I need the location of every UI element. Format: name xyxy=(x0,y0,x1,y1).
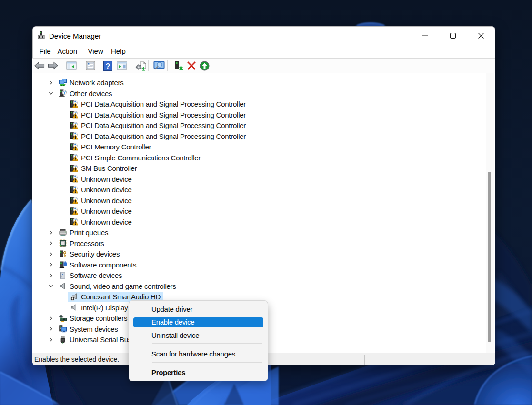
svg-text:?: ? xyxy=(106,62,110,70)
